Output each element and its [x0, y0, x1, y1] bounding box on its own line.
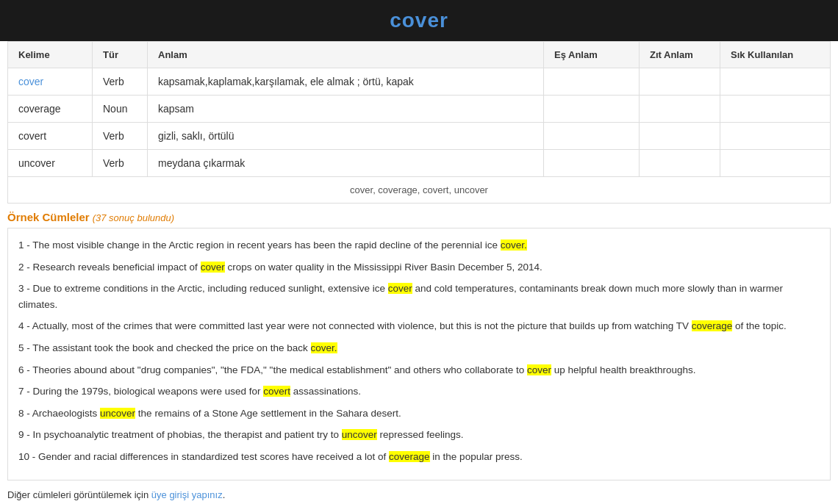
sentence-text: of the topic. — [732, 320, 787, 331]
sentence-number: 4 - — [18, 320, 32, 331]
sentence-text: crops on water quality in the Mississipp… — [225, 262, 542, 273]
cell-tur: Verb — [93, 123, 148, 150]
list-item: 5 - The assistant took the book and chec… — [18, 340, 820, 356]
sentence-number: 3 - — [18, 283, 33, 294]
cell-anlam: meydana çıkarmak — [148, 150, 544, 177]
list-item: 7 - During the 1979s, biological weapons… — [18, 384, 820, 400]
col-sik-kullanilan: Sık Kullanılan — [720, 42, 831, 68]
highlighted-word: cover — [388, 283, 412, 294]
cell-es-anlam — [544, 68, 640, 96]
sentence-text: repressed feelings. — [377, 429, 464, 440]
list-item: 6 - Theories abound about "drug companie… — [18, 362, 820, 378]
cell-es-anlam — [544, 123, 640, 150]
cell-anlam: kapsamak,kaplamak,karşılamak, ele almak … — [148, 68, 544, 96]
list-item: 1 - The most visible change in the Arcti… — [18, 237, 820, 253]
sentence-text: In psychoanalytic treatment of phobias, … — [33, 429, 342, 440]
sentence-text: The assistant took the book and checked … — [32, 342, 310, 353]
footer-text: Diğer cümleleri görüntülemek için — [7, 489, 151, 500]
sentence-text: Theories abound about "drug companies", … — [32, 364, 527, 375]
example-sentences-title: Örnek Cümleler(37 sonuç bulundu) — [7, 204, 831, 228]
cell-es-anlam — [544, 150, 640, 177]
sentence-number: 7 - — [18, 386, 33, 397]
highlighted-word: coverage — [692, 320, 733, 331]
sentence-number: 9 - — [18, 429, 33, 440]
cell-zit-anlam — [640, 150, 720, 177]
sentence-text: The most visible change in the Arctic re… — [32, 240, 500, 251]
footer-end: . — [223, 489, 226, 500]
cell-anlam: gizli, saklı, örtülü — [148, 123, 544, 150]
cell-tur: Noun — [93, 96, 148, 123]
cell-kelime: coverage — [8, 96, 93, 123]
list-item: 3 - Due to extreme conditions in the Arc… — [18, 281, 820, 312]
word-table: Kelime Tür Anlam Eş Anlam Zıt Anlam Sık … — [7, 41, 831, 177]
sentence-number: 8 - — [18, 408, 32, 419]
highlighted-word: coverage — [389, 451, 430, 462]
cell-kelime[interactable]: cover — [8, 68, 93, 96]
sentence-number: 2 - — [18, 262, 33, 273]
highlighted-word: covert — [263, 386, 290, 397]
cell-kelime: covert — [8, 123, 93, 150]
cell-anlam: kapsam — [148, 96, 544, 123]
highlighted-word: cover. — [311, 342, 337, 353]
list-item: 8 - Archaeologists uncover the remains o… — [18, 406, 820, 422]
highlighted-word: cover — [527, 364, 551, 375]
cell-tur: Verb — [93, 68, 148, 96]
page-title: cover — [0, 9, 838, 32]
highlighted-word: cover — [201, 262, 225, 273]
table-row: covertVerbgizli, saklı, örtülü — [8, 123, 831, 150]
cell-zit-anlam — [640, 123, 720, 150]
sentence-text: Actually, most of the crimes that were c… — [32, 320, 692, 331]
col-anlam: Anlam — [148, 42, 544, 68]
cell-tur: Verb — [93, 150, 148, 177]
sentence-text: up helpful health breakthroughs. — [551, 364, 696, 375]
cell-sik-kullanilan — [720, 96, 831, 123]
cell-sik-kullanilan — [720, 68, 831, 96]
cell-sik-kullanilan — [720, 123, 831, 150]
sentence-text: Gender and racial differences in standar… — [38, 451, 389, 462]
list-item: 2 - Research reveals beneficial impact o… — [18, 259, 820, 276]
sentence-text: Research reveals beneficial impact of — [33, 262, 201, 273]
col-tur: Tür — [93, 42, 148, 68]
highlighted-word: cover. — [501, 240, 527, 251]
table-header-row: Kelime Tür Anlam Eş Anlam Zıt Anlam Sık … — [8, 42, 831, 68]
sentence-text: Due to extreme conditions in the Arctic,… — [33, 283, 388, 294]
cell-zit-anlam — [640, 96, 720, 123]
sentence-number: 6 - — [18, 364, 32, 375]
col-es-anlam: Eş Anlam — [544, 42, 640, 68]
cell-zit-anlam — [640, 68, 720, 96]
login-link[interactable]: üye girişi yapınız — [151, 489, 223, 500]
list-item: 10 - Gender and racial differences in st… — [18, 449, 820, 465]
list-item: 4 - Actually, most of the crimes that we… — [18, 318, 820, 334]
sentence-text: assassinations. — [290, 386, 361, 397]
sentence-text: in the popular press. — [430, 451, 523, 462]
cell-kelime: uncover — [8, 150, 93, 177]
cell-es-anlam — [544, 96, 640, 123]
sentence-text: Archaeologists — [32, 408, 100, 419]
list-item: 9 - In psychoanalytic treatment of phobi… — [18, 427, 820, 443]
sentence-text: the remains of a Stone Age settlement in… — [135, 408, 401, 419]
sentences-container: 1 - The most visible change in the Arcti… — [7, 228, 831, 480]
highlighted-word: uncover — [342, 429, 377, 440]
table-row: coverageNounkapsam — [8, 96, 831, 123]
sentence-number: 10 - — [18, 451, 38, 462]
col-kelime: Kelime — [8, 42, 93, 68]
sentence-text: During the 1979s, biological weapons wer… — [33, 386, 264, 397]
sentence-number: 5 - — [18, 342, 32, 353]
main-content: Kelime Tür Anlam Eş Anlam Zıt Anlam Sık … — [0, 41, 838, 503]
sentence-number: 1 - — [18, 240, 32, 251]
col-zit-anlam: Zıt Anlam — [640, 42, 720, 68]
related-words: cover, coverage, covert, uncover — [7, 177, 831, 204]
footer-note: Diğer cümleleri görüntülemek için üye gi… — [7, 480, 831, 503]
section-title-text: Örnek Cümleler — [7, 211, 90, 223]
section-subtitle-text: (37 sonuç bulundu) — [93, 212, 174, 223]
word-link[interactable]: cover — [18, 76, 43, 87]
table-row: coverVerbkapsamak,kaplamak,karşılamak, e… — [8, 68, 831, 96]
table-row: uncoverVerbmeydana çıkarmak — [8, 150, 831, 177]
highlighted-word: uncover — [100, 408, 135, 419]
cell-sik-kullanilan — [720, 150, 831, 177]
header: cover — [0, 0, 838, 41]
